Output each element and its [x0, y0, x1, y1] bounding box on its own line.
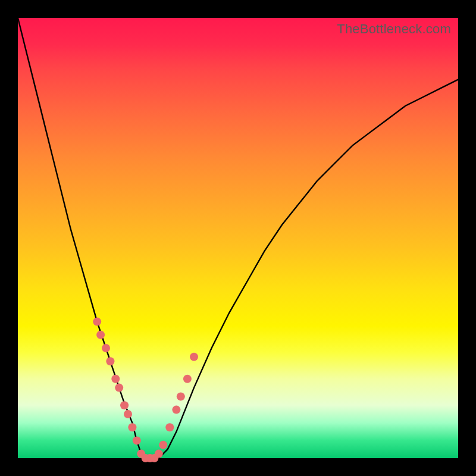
- sample-point: [155, 450, 163, 458]
- sample-points-group: [93, 318, 198, 462]
- bottleneck-chart: [18, 18, 458, 458]
- sample-point: [124, 410, 132, 418]
- sample-point: [159, 441, 167, 449]
- sample-point: [115, 384, 123, 392]
- sample-point: [177, 392, 185, 400]
- sample-point: [183, 375, 192, 383]
- sample-point: [133, 436, 141, 444]
- sample-point: [93, 318, 101, 326]
- plot-area: TheBottleneck.com: [18, 18, 458, 458]
- sample-point: [165, 423, 174, 431]
- sample-point: [111, 375, 120, 383]
- chart-frame: { "watermark": "TheBottleneck.com", "cha…: [0, 0, 476, 476]
- sample-point: [106, 357, 114, 365]
- sample-point: [96, 331, 105, 339]
- sample-point: [128, 423, 136, 431]
- sample-point: [172, 406, 180, 414]
- sample-point: [102, 344, 110, 352]
- sample-point: [190, 353, 198, 361]
- bottleneck-curve-line: [18, 18, 458, 458]
- sample-point: [120, 401, 129, 409]
